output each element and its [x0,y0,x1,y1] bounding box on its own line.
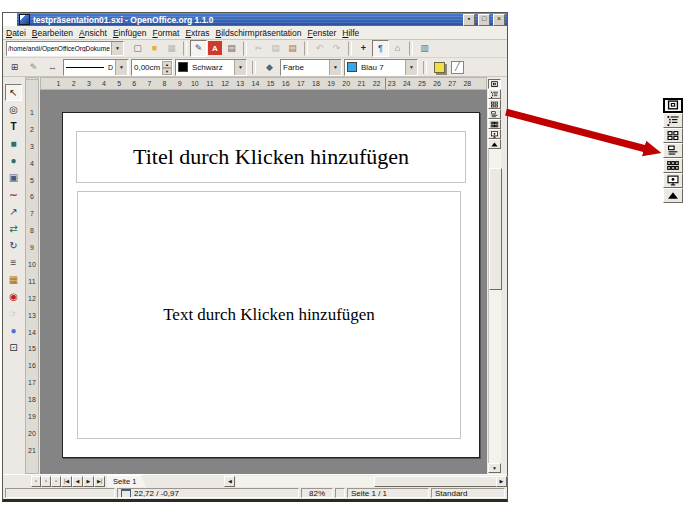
minimize-button[interactable]: ▪ [463,14,475,26]
fill-mode-combobox[interactable]: Farbe ▼ [280,59,342,76]
3d-objects-icon[interactable]: ▣ [5,169,22,186]
edit-file-icon[interactable]: ✎ [190,40,207,57]
chevron-down-icon[interactable]: ▼ [234,60,246,75]
lines-arrows-icon[interactable]: ↗ [5,203,22,220]
scroll-up-button[interactable] [488,139,501,149]
area-fill-icon[interactable]: ◆ [261,59,278,76]
alignment-icon[interactable]: ≡ [5,254,22,271]
menu-item[interactable]: Bildschirmpräsentation [212,28,304,38]
horizontal-scrollbar-thumb[interactable] [374,476,508,487]
select-icon[interactable]: ↖ [5,84,22,101]
separator[interactable] [304,41,308,56]
redo-icon[interactable]: ↷ [328,40,345,57]
interaction-icon[interactable]: ☞ [5,305,22,322]
spinner-arrows[interactable]: ▲▼ [162,61,172,74]
copy-icon[interactable]: ▤ [267,40,284,57]
menu-item[interactable]: Format [149,28,182,38]
close-button[interactable]: × [493,14,505,26]
view-button-strip [488,79,501,149]
edit-points-icon[interactable]: ⊞ [6,59,23,76]
vertical-scrollbar-thumb[interactable] [489,168,502,290]
status-zoom-cell[interactable]: 82% [301,488,333,498]
shadow-icon[interactable] [434,62,445,73]
export-pdf-icon[interactable]: A [208,41,222,55]
separator[interactable] [348,41,352,56]
rotate-icon[interactable]: ↻ [5,237,22,254]
chevron-down-icon[interactable]: ▼ [405,60,417,75]
menu-item[interactable]: Extras [182,28,212,38]
rotation-mode-icon[interactable]: ╱ [451,61,464,74]
vertical-ruler[interactable]: 123456789101112131415161718192021 [25,79,39,474]
scroll-down-button[interactable]: ▼ [488,463,501,473]
effects-icon[interactable]: ◉ [5,288,22,305]
presentation-icon[interactable]: ⊡ [5,339,22,356]
stylist-icon[interactable]: ¶ [372,40,389,57]
ruler-number: 12 [218,78,233,90]
workspace[interactable]: Titel durch Klicken hinzufügen Text durc… [40,90,487,474]
menu-item[interactable]: Einfügen [110,28,150,38]
line-color-combobox[interactable]: Schwarz ▼ [175,59,247,76]
start-presentation-button[interactable] [488,129,501,139]
ellipse-icon[interactable]: ● [5,152,22,169]
maximize-button[interactable]: □ [478,14,490,26]
cut-icon[interactable]: ✂ [250,40,267,57]
next-page-button[interactable]: ▶ [83,476,94,487]
glue-points-icon[interactable]: ✎ [25,59,42,76]
last-page-button[interactable]: ▶| [94,476,105,487]
load-url-combobox[interactable]: ▼ [6,41,124,56]
separator[interactable] [183,41,187,56]
url-input[interactable] [7,45,111,52]
body-placeholder[interactable]: Text durch Klicken hinzufügen [77,191,461,439]
undo-icon[interactable]: ↶ [311,40,328,57]
scroll-left-button[interactable]: ◀ [224,476,235,487]
menu-item[interactable]: Fenster [304,28,339,38]
rectangle-icon[interactable]: ■ [5,135,22,152]
page-tab[interactable]: Seite 1 [107,475,146,488]
gallery-icon[interactable]: ▥ [416,40,433,57]
titlebar[interactable]: testpräsentation01.sxi - OpenOffice.org … [17,13,507,26]
separator[interactable] [409,41,413,56]
slide-page[interactable]: Titel durch Klicken hinzufügen Text durc… [62,112,480,458]
text-icon[interactable]: T [5,118,22,135]
print-icon[interactable]: ▤ [223,40,240,57]
mode-button-2[interactable]: ▫ [41,476,51,487]
open-folder-icon[interactable]: ■ [146,40,163,57]
menu-item[interactable]: Hilfe [339,28,362,38]
prev-page-button[interactable]: ◀ [72,476,83,487]
save-icon[interactable]: ▦ [163,40,180,57]
separator[interactable] [243,41,247,56]
zoom-tool-icon[interactable]: ◎ [5,101,22,118]
chevron-down-icon[interactable]: ▼ [111,42,123,55]
drawing-view-button[interactable] [488,79,501,89]
arrange-icon[interactable]: ▦ [5,271,22,288]
new-document-icon[interactable]: ▢ [129,40,146,57]
vertical-scrollbar[interactable] [488,149,501,463]
chevron-down-icon[interactable]: ▼ [329,60,341,75]
mode-button-1[interactable]: ▫ [31,476,41,487]
curve-icon[interactable]: ∼ [5,186,22,203]
paste-icon[interactable]: ▤ [284,40,301,57]
ruler-number: 14 [248,78,263,90]
arrow-style-icon[interactable]: ↔ [44,59,61,76]
menu-item[interactable]: Bearbeiten [29,28,76,38]
first-page-button[interactable]: |◀ [61,476,72,487]
navigator-icon[interactable]: + [355,40,372,57]
menu-item[interactable]: Ansicht [76,28,110,38]
fill-color-combobox[interactable]: Blau 7 ▼ [344,59,418,76]
horizontal-ruler[interactable]: 1234567891011121314151617181920212223242… [40,77,487,90]
notes-view-button[interactable] [488,109,501,119]
menu-item[interactable]: Datei [3,28,29,38]
scroll-right-button[interactable]: ▶ [496,476,507,487]
connectors-icon[interactable]: ⇄ [5,220,22,237]
ruler-number: 19 [324,78,339,90]
handout-view-button[interactable] [488,119,501,129]
line-style-combobox[interactable]: D ▼ [63,59,129,76]
chevron-down-icon[interactable]: ▼ [115,60,127,75]
slides-view-button[interactable] [488,99,501,109]
line-width-spinner[interactable]: 0,00cm ▲▼ [131,59,173,76]
hyperlink-icon[interactable]: ⌂ [389,40,406,57]
3d-controller-icon[interactable]: ● [5,322,22,339]
mode-button-3[interactable]: ▫ [51,476,61,487]
outline-view-button[interactable] [488,89,501,99]
title-placeholder[interactable]: Titel durch Klicken hinzufügen [76,131,466,183]
